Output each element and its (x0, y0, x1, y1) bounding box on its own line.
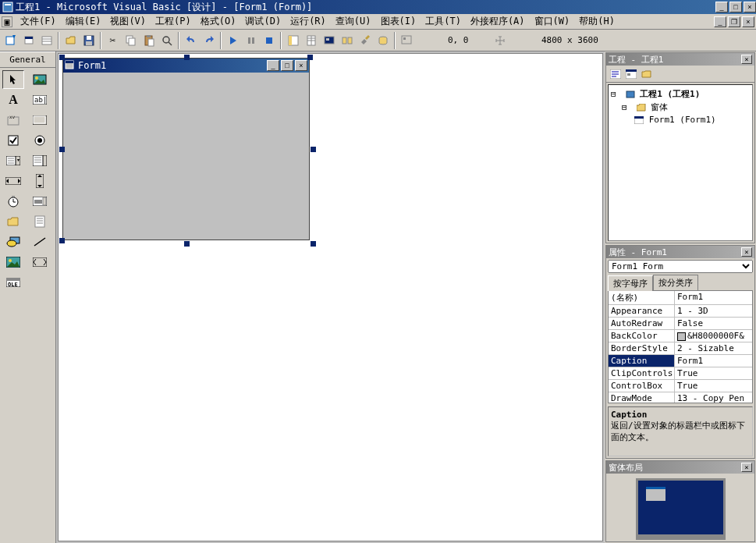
open-button[interactable] (62, 32, 80, 49)
object-browser-button[interactable] (338, 32, 356, 49)
property-value[interactable]: &H8000000F& (675, 330, 752, 342)
filelistbox-tool[interactable] (29, 212, 51, 231)
property-value[interactable]: 13 - Copy Pen (675, 392, 752, 403)
menu-help[interactable]: 帮助(H) (574, 14, 619, 29)
image-tool[interactable] (2, 253, 24, 272)
mdi-minimize-button[interactable]: _ (714, 16, 726, 27)
project-tree[interactable]: ⊟ 工程1 (工程1) ⊟ 窗体 Form1 (Form1) (608, 84, 753, 241)
project-explorer-button[interactable] (284, 32, 302, 49)
menu-file[interactable]: 文件(F) (16, 14, 61, 29)
menu-addins[interactable]: 外接程序(A) (466, 14, 530, 29)
ole-tool[interactable]: OLE (2, 273, 24, 292)
timer-tool[interactable] (2, 192, 24, 211)
form-layout-button[interactable] (320, 32, 338, 49)
frame-tool[interactable]: xv (2, 111, 24, 130)
property-row-controlbox[interactable]: ControlBoxTrue (609, 380, 752, 392)
close-button[interactable]: × (744, 2, 756, 12)
menu-debug[interactable]: 调试(D) (240, 14, 286, 29)
tab-alphabetic[interactable]: 按字母序 (608, 275, 653, 291)
drivelistbox-tool[interactable] (29, 192, 51, 211)
vscrollbar-tool[interactable] (29, 172, 51, 190)
end-button[interactable] (260, 32, 278, 49)
menu-editor-button[interactable] (37, 32, 55, 49)
resize-handle-sw[interactable] (59, 238, 65, 243)
view-code-button[interactable] (608, 67, 623, 81)
property-value[interactable]: True (675, 380, 752, 392)
tree-project-root[interactable]: ⊟ 工程1 (工程1) (611, 87, 750, 101)
hscrollbar-tool[interactable] (2, 172, 24, 190)
property-value[interactable]: False (675, 318, 752, 329)
property-row-autoredraw[interactable]: AutoRedrawFalse (609, 318, 752, 330)
pointer-tool[interactable] (2, 70, 24, 89)
property-value[interactable]: 2 - Sizable (675, 342, 752, 354)
maximize-button[interactable]: □ (729, 2, 742, 12)
dirlistbox-tool[interactable] (2, 212, 24, 231)
commandbutton-tool[interactable] (29, 111, 51, 130)
resize-handle-nw[interactable] (59, 55, 65, 60)
minimize-button[interactable]: _ (715, 2, 728, 12)
menu-window[interactable]: 窗口(W) (530, 14, 575, 29)
toolbox-title[interactable]: General (0, 51, 55, 68)
add-form-button[interactable] (20, 32, 37, 49)
tree-form-item[interactable]: Form1 (Form1) (611, 114, 750, 126)
data-view-button[interactable] (374, 32, 392, 49)
form-layout-close-button[interactable]: × (741, 463, 752, 472)
design-form[interactable]: Form1 _ □ × (62, 58, 310, 240)
start-button[interactable] (224, 32, 242, 49)
project-explorer-close-button[interactable]: × (741, 55, 752, 64)
copy-button[interactable] (122, 32, 140, 49)
property-row-caption[interactable]: CaptionForm1 (609, 355, 752, 367)
form-close-button[interactable]: × (295, 60, 307, 71)
resize-handle-w[interactable] (59, 147, 65, 152)
shape-tool[interactable] (2, 232, 24, 251)
form-designer[interactable]: Form1 _ □ × (58, 53, 603, 541)
mdi-restore-button[interactable]: ❐ (728, 16, 740, 27)
resize-handle-s[interactable] (184, 241, 190, 247)
menu-diagram[interactable]: 图表(I) (376, 14, 421, 29)
form-maximize-button[interactable]: □ (281, 60, 293, 71)
property-value[interactable]: Form1 (675, 355, 752, 367)
mdi-icon[interactable]: ▣ (2, 16, 12, 27)
menu-project[interactable]: 工程(P) (151, 14, 196, 29)
add-standard-exe-button[interactable] (2, 32, 20, 49)
listbox-tool[interactable] (29, 151, 51, 170)
properties-window-button[interactable] (302, 32, 320, 49)
menu-query[interactable]: 查询(U) (331, 14, 376, 29)
view-object-button[interactable] (623, 67, 639, 81)
find-button[interactable] (158, 32, 176, 49)
undo-button[interactable] (182, 32, 200, 49)
menu-view[interactable]: 视图(V) (105, 14, 151, 29)
property-row-backcolor[interactable]: BackColor&H8000000F& (609, 330, 752, 342)
resize-handle-e[interactable] (311, 147, 316, 152)
resize-handle-n[interactable] (184, 55, 190, 60)
property-value[interactable]: 1 - 3D (675, 305, 752, 317)
property-row-clipcontrols[interactable]: ClipControlsTrue (609, 367, 752, 380)
property-row-名称[interactable]: (名称)Form1 (609, 291, 752, 305)
menu-tools[interactable]: 工具(T) (421, 14, 466, 29)
line-tool[interactable] (29, 232, 51, 251)
form-minimize-button[interactable]: _ (267, 60, 279, 71)
combobox-tool[interactable] (2, 151, 24, 170)
save-button[interactable] (80, 32, 98, 49)
tree-forms-folder[interactable]: ⊟ 窗体 (611, 101, 750, 114)
redo-button[interactable] (200, 32, 218, 49)
data-tool[interactable] (29, 253, 51, 272)
toolbox-button[interactable] (356, 32, 374, 49)
properties-object-combo[interactable]: Form1 Form (608, 260, 753, 273)
menu-edit[interactable]: 编辑(E) (61, 14, 106, 29)
label-tool[interactable]: A (2, 90, 24, 109)
checkbox-tool[interactable] (2, 131, 24, 150)
toggle-folders-button[interactable] (639, 67, 655, 81)
property-row-drawmode[interactable]: DrawMode13 - Copy Pen (609, 392, 752, 403)
menu-format[interactable]: 格式(O) (196, 14, 241, 29)
break-button[interactable] (242, 32, 260, 49)
paste-button[interactable] (140, 32, 158, 49)
layout-mini-form[interactable] (646, 487, 665, 501)
property-value[interactable]: Form1 (675, 291, 752, 304)
picturebox-tool[interactable] (29, 70, 51, 89)
mdi-close-button[interactable]: × (742, 16, 754, 27)
tab-categorized[interactable]: 按分类序 (653, 275, 698, 290)
optionbutton-tool[interactable] (29, 131, 51, 150)
cut-button[interactable]: ✂ (104, 32, 122, 49)
property-value[interactable]: True (675, 367, 752, 379)
